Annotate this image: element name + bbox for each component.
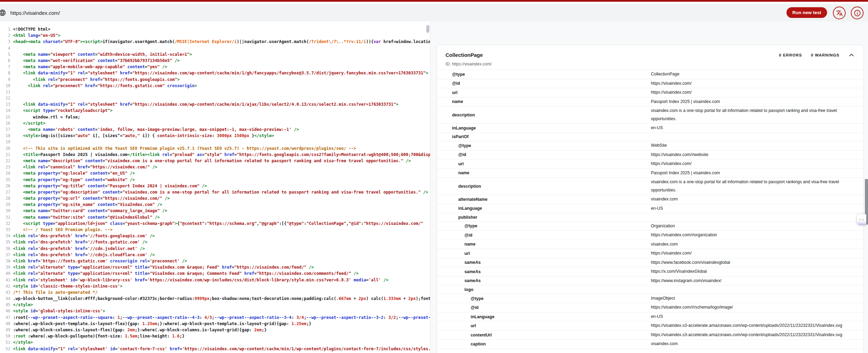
schema-value: visaindex.com (651, 340, 864, 349)
schema-key: publisher (437, 215, 651, 220)
code-line: 32 <script type="application/ld+json" cl… (0, 220, 430, 227)
code-line: 45</style> (0, 302, 430, 308)
schema-row[interactable]: @typeCollectionPage (437, 70, 864, 79)
schema-value: https://visaindex.com/#organization (651, 231, 864, 240)
code-line: 17 <meta name='robots' content='index, f… (0, 126, 430, 133)
code-text: <link rel="canonical" href="https://visa… (13, 165, 157, 169)
code-text: <link rel='dns-prefetch' href='//fonts.g… (13, 233, 155, 238)
code-text: <meta property="og:title" content="Passp… (13, 184, 207, 188)
line-number: 27 (0, 189, 10, 195)
warning-count[interactable]: 0 WARNINGS (811, 53, 839, 57)
line-number: 30 (0, 208, 10, 214)
code-line: 5 <meta name="viewport" content="width=d… (0, 51, 430, 58)
extension-overlay[interactable]: >.< (857, 214, 866, 225)
code-panel[interactable]: 1<!DOCTYPE html>2<html lang="en-US">3<he… (0, 21, 430, 353)
schema-key: sameAs (437, 269, 651, 274)
code-line: 51</style> (0, 339, 430, 345)
code-text: <meta name="twitter:card" content="summa… (13, 208, 167, 213)
schema-key: caption (437, 342, 651, 346)
line-number: 3 (0, 39, 10, 45)
schema-row[interactable]: urlhttps://visaindex.s3-accelerate.amazo… (437, 321, 864, 331)
info-button[interactable] (851, 7, 864, 19)
code-text: <html lang="en-US"> (13, 33, 60, 38)
schema-value: https://visaindex.com/ (651, 249, 864, 258)
code-lines: 1<!DOCTYPE html>2<html lang="en-US">3<he… (0, 26, 430, 352)
schema-row[interactable]: captionvisaindex.com (437, 340, 864, 349)
schema-row[interactable]: @typeImageObject (437, 294, 864, 303)
schema-row[interactable]: urlhttps://visaindex.com/ (437, 88, 864, 97)
schema-row[interactable]: contentUrlhttps://visaindex.s3-accelerat… (437, 331, 864, 340)
schema-row[interactable]: namePassport Index 2025 | visaindex.com (437, 169, 864, 178)
schema-row[interactable]: descriptionvisaindex.com is a one-stop p… (437, 106, 864, 124)
schema-value: https://www.instagram.com/visaindex/ (651, 277, 864, 285)
code-text: </style> (13, 302, 33, 307)
code-line: 6 <meta name="wot-verification" content=… (0, 58, 430, 64)
schema-key: url (437, 90, 651, 95)
toolbar (0, 4, 868, 21)
schema-value: en-US (651, 124, 864, 133)
schema-row[interactable]: urlhttps://visaindex.com/ (437, 249, 864, 258)
code-text: :root{--wp--preset--aspect-ratio--square… (13, 315, 430, 320)
code-text: <link rel="alternate" type="application/… (13, 265, 314, 270)
line-number: 5 (0, 51, 10, 58)
code-line: 26 <meta property="og:title" content="Pa… (0, 183, 430, 189)
line-number: 7 (0, 64, 10, 70)
line-number: 46 (0, 308, 10, 314)
schema-row[interactable]: alternateNamevisaindex.com (437, 195, 864, 204)
code-scrollbar[interactable] (426, 25, 429, 33)
schema-row[interactable]: namevisaindex.com (437, 240, 864, 249)
language-toggle-button[interactable] (833, 7, 846, 19)
code-text: <!DOCTYPE html> (13, 27, 50, 32)
schema-value: https://visaindex.com/#/schema/logo/imag… (651, 303, 864, 312)
line-number: 20 (0, 145, 10, 152)
schema-value: https://visaindex.com/ (651, 79, 864, 88)
schema-key: name (437, 242, 651, 247)
line-number: 9 (0, 76, 10, 83)
code-line: 50:root :where(.wp-block-pullquote){font… (0, 333, 430, 339)
schema-group-row[interactable]: logo (437, 285, 864, 294)
schema-row[interactable]: descriptionvisaindex.com is a one-stop p… (437, 178, 864, 195)
schema-row[interactable]: @idhttps://visaindex.com/#/schema/logo/i… (437, 303, 864, 312)
code-line: 19 (0, 139, 430, 145)
schema-row[interactable]: namePassport Index 2025 | visaindex.com (437, 97, 864, 107)
code-text: </script> (13, 121, 45, 126)
schema-key: isPartOf (437, 134, 651, 139)
schema-row[interactable]: @idhttps://visaindex.com/ (437, 79, 864, 89)
schema-row[interactable]: sameAshttps://x.com/VisaIndexGlobal (437, 267, 864, 277)
schema-key: @id (437, 81, 651, 86)
schema-row[interactable]: @typeOrganization (437, 222, 864, 231)
schema-row[interactable]: @idhttps://visaindex.com/#organization (437, 231, 864, 240)
url-bar[interactable]: https://visaindex.com/ (0, 4, 60, 21)
schema-group-row[interactable]: isPartOf (437, 133, 864, 142)
code-text: <meta property="og:site_name" content="V… (13, 202, 162, 207)
line-number: 49 (0, 327, 10, 333)
line-number: 40 (0, 270, 10, 277)
code-text: <meta name="wot-verification" content="3… (13, 58, 180, 63)
code-line: 28 <meta property="og:url" content="http… (0, 195, 430, 201)
schema-row[interactable]: @typeWebSite (437, 141, 864, 150)
schema-row[interactable]: sameAshttps://www.facebook.com/visaindex… (437, 258, 864, 268)
schema-row[interactable]: inLanguageen-US (437, 124, 864, 133)
schema-key: @type (437, 296, 651, 301)
schema-value: https://www.facebook.com/visaindexglobal (651, 258, 864, 267)
run-new-test-button[interactable]: Run new test (786, 7, 827, 18)
line-number: 33 (0, 227, 10, 233)
line-number: 6 (0, 58, 10, 64)
collapse-button[interactable] (848, 53, 855, 57)
code-line: 15 window.rtl = false; (0, 114, 430, 120)
code-text: <!-- / Yoast SEO Premium plugin. --> (13, 227, 112, 232)
schema-row[interactable]: inLanguageen-US (437, 204, 864, 214)
schema-value: https://x.com/VisaIndexGlobal (651, 267, 864, 276)
line-number: 51 (0, 339, 10, 345)
schema-key: @type (437, 143, 651, 148)
schema-key: inLanguage (437, 126, 651, 131)
code-line: 43/*! This file is auto-generated */ (0, 289, 430, 295)
schema-group-row[interactable]: publisher (437, 213, 864, 222)
schema-row[interactable]: sameAshttps://www.instagram.com/visainde… (437, 277, 864, 286)
schema-row[interactable]: inLanguageen-US (437, 312, 864, 322)
error-count[interactable]: 0 ERRORS (779, 53, 802, 57)
schema-row[interactable]: urlhttps://visaindex.com/ (437, 159, 864, 169)
schema-card: CollectionPage 0 ERRORS 0 WARNINGS ID: h… (437, 45, 864, 353)
schema-row[interactable]: @idhttps://visaindex.com/#website (437, 150, 864, 160)
code-text: <script type="application/ld+json" class… (13, 221, 423, 226)
